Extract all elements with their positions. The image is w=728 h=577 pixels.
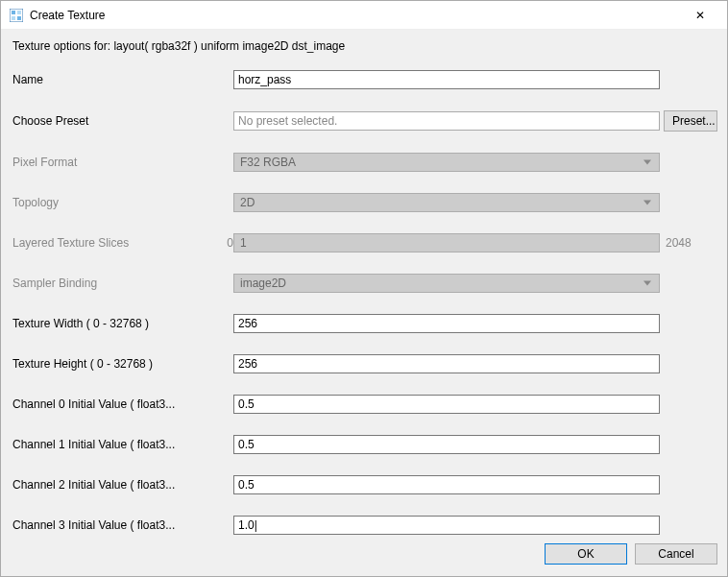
row-channel-2: Channel 2 Initial Value ( float3...: [11, 475, 717, 494]
sampler-binding-select: image2D: [233, 274, 660, 293]
layered-slices-input: 1: [233, 233, 660, 252]
app-icon: [9, 8, 24, 23]
label-channel-2: Channel 2 Initial Value ( float3...: [11, 478, 233, 492]
row-channel-0: Channel 0 Initial Value ( float3...: [11, 395, 717, 414]
layered-slices-value: 1: [240, 236, 247, 250]
svg-rect-2: [17, 11, 21, 14]
texture-options-label: Texture options for: layout( rgba32f ) u…: [12, 39, 717, 53]
label-texture-width: Texture Width ( 0 - 32768 ): [11, 317, 233, 330]
row-texture-height: Texture Height ( 0 - 32768 ): [11, 354, 717, 373]
label-sampler-binding: Sampler Binding: [11, 276, 233, 290]
svg-rect-4: [17, 16, 21, 20]
texture-width-input[interactable]: [233, 314, 660, 333]
form: Name Choose Preset Preset... Pixel Forma…: [11, 70, 717, 535]
ok-button[interactable]: OK: [545, 543, 627, 565]
row-sampler-binding: Sampler Binding image2D: [11, 274, 717, 293]
row-choose-preset: Choose Preset Preset...: [11, 110, 717, 132]
cancel-button[interactable]: Cancel: [635, 543, 717, 565]
title-bar: Create Texture ✕: [1, 1, 727, 30]
row-texture-width: Texture Width ( 0 - 32768 ): [11, 314, 717, 333]
label-choose-preset: Choose Preset: [11, 114, 233, 128]
texture-height-input[interactable]: [233, 354, 660, 373]
window-title: Create Texture: [30, 9, 681, 22]
preset-button[interactable]: Preset...: [664, 110, 717, 132]
label-name: Name: [11, 73, 233, 86]
channel-1-input[interactable]: [233, 435, 660, 454]
row-channel-1: Channel 1 Initial Value ( float3...: [11, 435, 717, 454]
dialog-window: Create Texture ✕ Texture options for: la…: [0, 0, 728, 577]
label-channel-1: Channel 1 Initial Value ( float3...: [11, 438, 233, 451]
row-channel-3: Channel 3 Initial Value ( float3...: [11, 516, 717, 535]
pixel-format-select: F32 RGBA: [233, 153, 660, 172]
close-icon: ✕: [695, 9, 705, 22]
label-pixel-format: Pixel Format: [11, 156, 233, 169]
channel-3-input[interactable]: [233, 516, 660, 535]
svg-rect-3: [12, 16, 15, 20]
layered-max: 2048: [666, 236, 717, 250]
topology-value: 2D: [240, 196, 255, 209]
name-input[interactable]: [233, 70, 660, 89]
row-pixel-format: Pixel Format F32 RGBA: [11, 153, 717, 172]
label-channel-3: Channel 3 Initial Value ( float3...: [11, 518, 233, 532]
row-layered-slices: Layered Texture Slices 0 1 2048: [11, 233, 717, 252]
row-name: Name: [11, 70, 717, 89]
svg-rect-1: [12, 11, 15, 14]
channel-0-input[interactable]: [233, 395, 660, 414]
topology-select: 2D: [233, 193, 660, 212]
pixel-format-value: F32 RGBA: [240, 156, 296, 169]
channel-2-input[interactable]: [233, 475, 660, 494]
layered-min: 0: [208, 236, 233, 250]
label-texture-height: Texture Height ( 0 - 32768 ): [11, 357, 233, 371]
preset-display: [233, 111, 660, 131]
label-layered-slices: Layered Texture Slices: [11, 236, 208, 250]
dialog-footer: OK Cancel: [1, 540, 727, 576]
label-topology: Topology: [11, 196, 233, 209]
label-channel-0: Channel 0 Initial Value ( float3...: [11, 397, 233, 411]
close-button[interactable]: ✕: [681, 2, 719, 29]
sampler-binding-value: image2D: [240, 276, 286, 290]
dialog-body: Texture options for: layout( rgba32f ) u…: [1, 30, 727, 540]
row-topology: Topology 2D: [11, 193, 717, 212]
